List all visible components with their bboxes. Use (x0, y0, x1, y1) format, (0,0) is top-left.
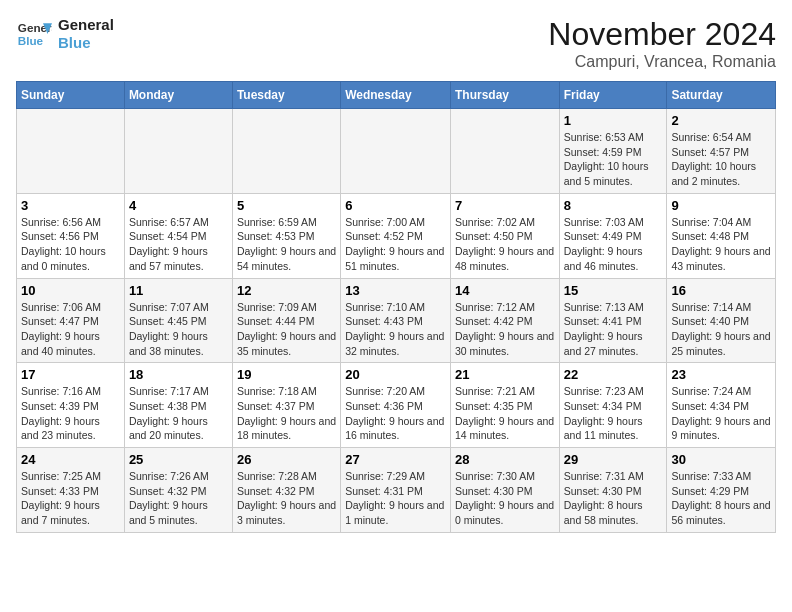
calendar-day-header: Friday (559, 82, 667, 109)
calendar-cell: 3Sunrise: 6:56 AM Sunset: 4:56 PM Daylig… (17, 193, 125, 278)
calendar-cell: 23Sunrise: 7:24 AM Sunset: 4:34 PM Dayli… (667, 363, 776, 448)
day-number: 30 (671, 452, 771, 467)
day-info: Sunrise: 7:23 AM Sunset: 4:34 PM Dayligh… (564, 384, 663, 443)
calendar-cell (450, 109, 559, 194)
day-number: 26 (237, 452, 336, 467)
calendar-cell: 17Sunrise: 7:16 AM Sunset: 4:39 PM Dayli… (17, 363, 125, 448)
calendar-cell (17, 109, 125, 194)
day-number: 2 (671, 113, 771, 128)
day-info: Sunrise: 7:07 AM Sunset: 4:45 PM Dayligh… (129, 300, 228, 359)
day-info: Sunrise: 7:12 AM Sunset: 4:42 PM Dayligh… (455, 300, 555, 359)
day-info: Sunrise: 7:29 AM Sunset: 4:31 PM Dayligh… (345, 469, 446, 528)
day-info: Sunrise: 7:28 AM Sunset: 4:32 PM Dayligh… (237, 469, 336, 528)
day-number: 11 (129, 283, 228, 298)
calendar-day-header: Wednesday (341, 82, 451, 109)
calendar-cell: 25Sunrise: 7:26 AM Sunset: 4:32 PM Dayli… (124, 448, 232, 533)
day-info: Sunrise: 7:31 AM Sunset: 4:30 PM Dayligh… (564, 469, 663, 528)
day-info: Sunrise: 7:20 AM Sunset: 4:36 PM Dayligh… (345, 384, 446, 443)
svg-text:Blue: Blue (18, 34, 44, 47)
calendar-cell: 24Sunrise: 7:25 AM Sunset: 4:33 PM Dayli… (17, 448, 125, 533)
day-info: Sunrise: 7:13 AM Sunset: 4:41 PM Dayligh… (564, 300, 663, 359)
calendar-table: SundayMondayTuesdayWednesdayThursdayFrid… (16, 81, 776, 533)
calendar-cell: 29Sunrise: 7:31 AM Sunset: 4:30 PM Dayli… (559, 448, 667, 533)
calendar-cell (341, 109, 451, 194)
calendar-cell (232, 109, 340, 194)
day-info: Sunrise: 7:16 AM Sunset: 4:39 PM Dayligh… (21, 384, 120, 443)
day-number: 6 (345, 198, 446, 213)
day-info: Sunrise: 7:17 AM Sunset: 4:38 PM Dayligh… (129, 384, 228, 443)
calendar-day-header: Saturday (667, 82, 776, 109)
day-info: Sunrise: 7:03 AM Sunset: 4:49 PM Dayligh… (564, 215, 663, 274)
day-info: Sunrise: 7:02 AM Sunset: 4:50 PM Dayligh… (455, 215, 555, 274)
day-info: Sunrise: 6:56 AM Sunset: 4:56 PM Dayligh… (21, 215, 120, 274)
calendar-cell: 14Sunrise: 7:12 AM Sunset: 4:42 PM Dayli… (450, 278, 559, 363)
day-info: Sunrise: 7:14 AM Sunset: 4:40 PM Dayligh… (671, 300, 771, 359)
title-area: November 2024 Campuri, Vrancea, Romania (548, 16, 776, 71)
day-number: 5 (237, 198, 336, 213)
calendar-cell (124, 109, 232, 194)
day-number: 3 (21, 198, 120, 213)
day-info: Sunrise: 7:18 AM Sunset: 4:37 PM Dayligh… (237, 384, 336, 443)
day-number: 14 (455, 283, 555, 298)
calendar-cell: 9Sunrise: 7:04 AM Sunset: 4:48 PM Daylig… (667, 193, 776, 278)
calendar-cell: 7Sunrise: 7:02 AM Sunset: 4:50 PM Daylig… (450, 193, 559, 278)
day-number: 12 (237, 283, 336, 298)
logo: General Blue General Blue (16, 16, 114, 52)
day-info: Sunrise: 7:25 AM Sunset: 4:33 PM Dayligh… (21, 469, 120, 528)
calendar-cell: 10Sunrise: 7:06 AM Sunset: 4:47 PM Dayli… (17, 278, 125, 363)
calendar-cell: 28Sunrise: 7:30 AM Sunset: 4:30 PM Dayli… (450, 448, 559, 533)
calendar-cell: 5Sunrise: 6:59 AM Sunset: 4:53 PM Daylig… (232, 193, 340, 278)
day-number: 16 (671, 283, 771, 298)
calendar-cell: 19Sunrise: 7:18 AM Sunset: 4:37 PM Dayli… (232, 363, 340, 448)
day-number: 21 (455, 367, 555, 382)
day-number: 17 (21, 367, 120, 382)
day-number: 15 (564, 283, 663, 298)
page-title: November 2024 (548, 16, 776, 53)
day-number: 28 (455, 452, 555, 467)
calendar-cell: 30Sunrise: 7:33 AM Sunset: 4:29 PM Dayli… (667, 448, 776, 533)
calendar-cell: 22Sunrise: 7:23 AM Sunset: 4:34 PM Dayli… (559, 363, 667, 448)
day-number: 8 (564, 198, 663, 213)
calendar-header: SundayMondayTuesdayWednesdayThursdayFrid… (17, 82, 776, 109)
calendar-cell: 11Sunrise: 7:07 AM Sunset: 4:45 PM Dayli… (124, 278, 232, 363)
day-number: 25 (129, 452, 228, 467)
day-info: Sunrise: 7:24 AM Sunset: 4:34 PM Dayligh… (671, 384, 771, 443)
day-number: 29 (564, 452, 663, 467)
day-info: Sunrise: 7:10 AM Sunset: 4:43 PM Dayligh… (345, 300, 446, 359)
day-info: Sunrise: 7:09 AM Sunset: 4:44 PM Dayligh… (237, 300, 336, 359)
calendar-cell: 12Sunrise: 7:09 AM Sunset: 4:44 PM Dayli… (232, 278, 340, 363)
calendar-cell: 1Sunrise: 6:53 AM Sunset: 4:59 PM Daylig… (559, 109, 667, 194)
calendar-day-header: Sunday (17, 82, 125, 109)
day-number: 10 (21, 283, 120, 298)
calendar-cell: 16Sunrise: 7:14 AM Sunset: 4:40 PM Dayli… (667, 278, 776, 363)
header: General Blue General Blue November 2024 … (16, 16, 776, 71)
day-info: Sunrise: 6:53 AM Sunset: 4:59 PM Dayligh… (564, 130, 663, 189)
calendar-cell: 27Sunrise: 7:29 AM Sunset: 4:31 PM Dayli… (341, 448, 451, 533)
calendar-day-header: Thursday (450, 82, 559, 109)
day-number: 7 (455, 198, 555, 213)
day-number: 20 (345, 367, 446, 382)
day-number: 27 (345, 452, 446, 467)
day-number: 1 (564, 113, 663, 128)
page-subtitle: Campuri, Vrancea, Romania (548, 53, 776, 71)
calendar-cell: 26Sunrise: 7:28 AM Sunset: 4:32 PM Dayli… (232, 448, 340, 533)
day-number: 4 (129, 198, 228, 213)
day-info: Sunrise: 7:33 AM Sunset: 4:29 PM Dayligh… (671, 469, 771, 528)
calendar-cell: 18Sunrise: 7:17 AM Sunset: 4:38 PM Dayli… (124, 363, 232, 448)
calendar-cell: 20Sunrise: 7:20 AM Sunset: 4:36 PM Dayli… (341, 363, 451, 448)
day-info: Sunrise: 7:06 AM Sunset: 4:47 PM Dayligh… (21, 300, 120, 359)
day-info: Sunrise: 7:30 AM Sunset: 4:30 PM Dayligh… (455, 469, 555, 528)
day-info: Sunrise: 7:04 AM Sunset: 4:48 PM Dayligh… (671, 215, 771, 274)
day-info: Sunrise: 6:59 AM Sunset: 4:53 PM Dayligh… (237, 215, 336, 274)
calendar-cell: 21Sunrise: 7:21 AM Sunset: 4:35 PM Dayli… (450, 363, 559, 448)
day-number: 18 (129, 367, 228, 382)
day-info: Sunrise: 7:00 AM Sunset: 4:52 PM Dayligh… (345, 215, 446, 274)
calendar-cell: 6Sunrise: 7:00 AM Sunset: 4:52 PM Daylig… (341, 193, 451, 278)
calendar-cell: 8Sunrise: 7:03 AM Sunset: 4:49 PM Daylig… (559, 193, 667, 278)
day-info: Sunrise: 6:57 AM Sunset: 4:54 PM Dayligh… (129, 215, 228, 274)
day-info: Sunrise: 7:21 AM Sunset: 4:35 PM Dayligh… (455, 384, 555, 443)
calendar-day-header: Monday (124, 82, 232, 109)
day-number: 19 (237, 367, 336, 382)
day-number: 9 (671, 198, 771, 213)
calendar-cell: 15Sunrise: 7:13 AM Sunset: 4:41 PM Dayli… (559, 278, 667, 363)
